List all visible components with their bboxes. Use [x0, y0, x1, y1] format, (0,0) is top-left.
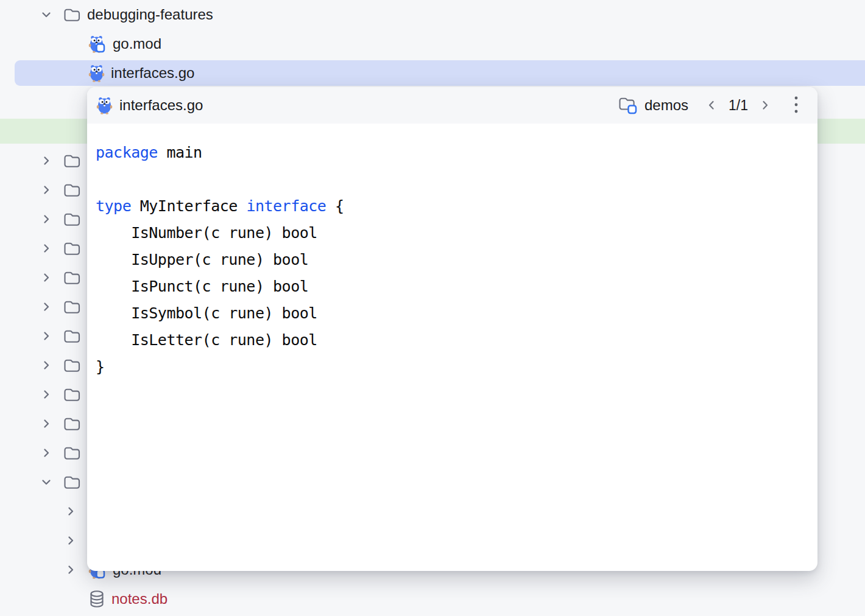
chevron-right-icon[interactable]: [39, 153, 54, 168]
chevron-right-icon[interactable]: [63, 533, 78, 548]
folder-icon: [63, 357, 81, 374]
match-counter: 1/1: [729, 97, 748, 114]
chevron-right-icon[interactable]: [39, 241, 54, 256]
preview-location-breadcrumb[interactable]: demos: [617, 96, 688, 115]
kebab-menu-icon[interactable]: [793, 95, 799, 116]
chevron-right-icon[interactable]: [39, 446, 54, 460]
go-mod-icon: [88, 35, 107, 53]
preview-location-label: demos: [644, 97, 688, 114]
code-line: }: [96, 354, 805, 380]
chevron-right-icon[interactable]: [39, 212, 54, 226]
tree-item-label: debugging-features: [87, 7, 213, 22]
folder-icon: [63, 182, 81, 198]
code-line: IsUpper(c rune) bool: [96, 247, 805, 273]
folder-icon: [63, 416, 81, 432]
code-line: IsNumber(c rune) bool: [96, 220, 805, 247]
code-line: [96, 166, 805, 193]
folder-icon: [63, 270, 81, 286]
tree-row[interactable]: interfaces.go: [0, 58, 865, 88]
chevron-down-icon[interactable]: [39, 7, 54, 22]
folder-icon: [63, 299, 81, 315]
tree-item-label: go.mod: [113, 37, 161, 51]
tree-row[interactable]: notes.db: [0, 584, 865, 614]
folder-icon: [63, 387, 81, 403]
preview-header-controls: demos 1/1: [617, 95, 799, 116]
go-file-icon: [88, 64, 105, 82]
chevron-right-icon[interactable]: [39, 270, 54, 285]
module-folder-icon: [617, 96, 639, 115]
tree-item-label: interfaces.go: [111, 66, 194, 80]
go-file-icon: [96, 96, 113, 114]
tree-row[interactable]: go.mod: [0, 29, 865, 58]
database-icon: [88, 589, 105, 609]
chevron-right-icon[interactable]: [39, 299, 54, 314]
folder-icon: [63, 328, 81, 345]
chevron-right-icon[interactable]: [39, 358, 54, 373]
code-preview: package main type MyInterface interface …: [87, 124, 817, 380]
chevron-right-icon[interactable]: [39, 416, 54, 431]
tree-row[interactable]: debugging-features: [0, 0, 865, 29]
code-line: type MyInterface interface {: [96, 193, 805, 220]
code-line: package main: [96, 139, 805, 166]
chevron-right-icon[interactable]: [63, 504, 78, 519]
preview-file-title: interfaces.go: [119, 97, 203, 114]
code-line: IsLetter(c rune) bool: [96, 327, 805, 354]
chevron-right-icon[interactable]: [39, 387, 54, 402]
code-line: IsPunct(c rune) bool: [96, 273, 805, 300]
folder-icon: [63, 445, 81, 461]
tree-item-label: notes.db: [111, 592, 168, 606]
chevron-down-icon[interactable]: [39, 475, 54, 489]
folder-icon: [63, 474, 81, 491]
chevron-right-icon[interactable]: [39, 183, 54, 197]
previous-match-button[interactable]: [704, 98, 719, 113]
folder-icon: [63, 7, 81, 23]
preview-popup-header: interfaces.go demos 1/1: [87, 87, 817, 124]
folder-icon: [63, 240, 81, 257]
chevron-right-icon[interactable]: [63, 562, 78, 577]
next-match-button[interactable]: [758, 98, 772, 113]
folder-icon: [63, 153, 81, 169]
code-line: IsSymbol(c rune) bool: [96, 300, 805, 327]
file-preview-popup: interfaces.go demos 1/1 package main typ…: [87, 87, 817, 571]
folder-icon: [63, 211, 81, 228]
chevron-right-icon[interactable]: [39, 329, 54, 343]
